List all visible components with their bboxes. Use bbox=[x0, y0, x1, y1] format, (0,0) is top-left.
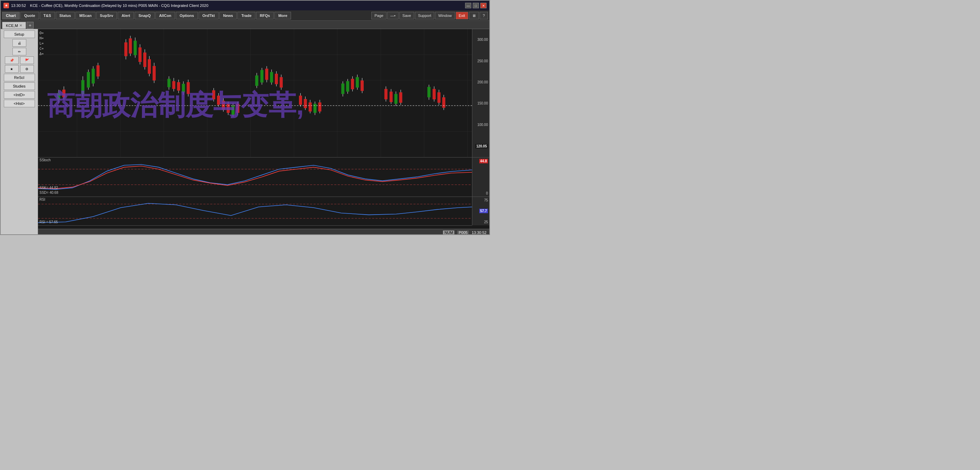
price-chart-svg bbox=[38, 29, 472, 157]
menu-allcon[interactable]: AllCon bbox=[155, 12, 175, 19]
svg-rect-103 bbox=[428, 87, 431, 97]
svg-rect-25 bbox=[97, 65, 99, 76]
svg-rect-89 bbox=[351, 79, 354, 89]
stoch-badge: 44.8 bbox=[479, 159, 488, 163]
sidebar-icon-row-2: ✏ bbox=[13, 48, 26, 56]
menu-chart[interactable]: Chart bbox=[2, 12, 20, 19]
hist-button[interactable]: <Hist> bbox=[4, 100, 35, 107]
svg-rect-79 bbox=[309, 102, 312, 111]
studies-button[interactable]: Studies bbox=[4, 82, 35, 90]
rsi-yaxis: 75 57.7 25 bbox=[472, 197, 489, 226]
menu-trade[interactable]: Trade bbox=[237, 12, 255, 19]
svg-rect-77 bbox=[304, 99, 307, 108]
right-save-btn[interactable]: Save bbox=[399, 12, 414, 19]
menu-bar: Chart Quote T&S Status MScan SupSrv Aler… bbox=[1, 10, 489, 21]
edit-button[interactable]: ✏ bbox=[13, 48, 26, 56]
intd-button[interactable]: <IntD> bbox=[4, 91, 35, 99]
menu-supsrv[interactable]: SupSrv bbox=[96, 12, 117, 19]
tab-close-icon[interactable]: ✕ bbox=[19, 24, 22, 27]
chart-area: O= H= L= C= Δ= bbox=[38, 29, 489, 235]
close-value: C= bbox=[40, 46, 44, 51]
rescl-button[interactable]: ReScl bbox=[4, 74, 35, 81]
active-tab[interactable]: KCE,M ✕ bbox=[2, 22, 26, 29]
svg-rect-109 bbox=[442, 97, 445, 108]
svg-rect-19 bbox=[81, 80, 84, 94]
rsi-badge: 57.7 bbox=[479, 209, 488, 213]
price-level-150: 150.00 bbox=[477, 101, 488, 105]
star-button[interactable]: ★ bbox=[5, 65, 19, 73]
flag-button[interactable]: 🚩 bbox=[20, 56, 34, 64]
high-value: H= bbox=[40, 36, 44, 41]
rsi-area: RSI RSI = 57.65 bbox=[38, 197, 472, 226]
pin-button[interactable]: 📌 bbox=[5, 56, 19, 64]
svg-rect-59 bbox=[232, 106, 234, 115]
svg-rect-21 bbox=[87, 72, 90, 88]
price-chart bbox=[38, 29, 472, 157]
svg-rect-91 bbox=[356, 77, 359, 87]
title-text: 13:30:52 bbox=[11, 3, 26, 8]
svg-rect-57 bbox=[227, 104, 229, 113]
menu-ts[interactable]: T&S bbox=[40, 12, 55, 19]
svg-rect-93 bbox=[361, 81, 364, 91]
price-yaxis: 300.00 250.00 200.00 150.00 100.00 120.0… bbox=[472, 29, 489, 157]
gear-button[interactable]: ⚙ bbox=[20, 65, 34, 73]
svg-rect-75 bbox=[299, 96, 302, 105]
right-page-btn[interactable]: Page bbox=[371, 12, 387, 19]
svg-rect-37 bbox=[148, 59, 151, 74]
title-full: KCE - Coffee (ICE), Monthly Continuation… bbox=[30, 3, 208, 8]
menu-status[interactable]: Status bbox=[56, 12, 75, 19]
right-dash-btn[interactable]: —• bbox=[387, 12, 399, 19]
open-value: O= bbox=[40, 30, 44, 36]
svg-rect-15 bbox=[57, 93, 60, 100]
svg-rect-73 bbox=[280, 77, 283, 87]
ohlc-info: O= H= L= C= Δ= bbox=[40, 30, 44, 56]
menu-rfqs[interactable]: RFQs bbox=[256, 12, 274, 19]
setup-button[interactable]: Setup bbox=[4, 30, 35, 38]
menu-options[interactable]: Options bbox=[176, 12, 198, 19]
right-support-btn[interactable]: Support bbox=[415, 12, 434, 19]
rsi-values: RSI = 57.65 bbox=[40, 220, 58, 224]
menu-quote[interactable]: Quote bbox=[21, 12, 39, 19]
menu-more[interactable]: More bbox=[274, 12, 291, 19]
svg-rect-61 bbox=[236, 104, 239, 113]
menu-ordtkt[interactable]: OrdTkt bbox=[199, 12, 219, 19]
svg-rect-63 bbox=[255, 75, 258, 86]
print-button[interactable]: 🖨 bbox=[13, 39, 26, 47]
price-level-250: 250.00 bbox=[477, 59, 488, 63]
menu-snapq[interactable]: SnapQ bbox=[135, 12, 154, 19]
tab-bar: KCE,M ✕ + bbox=[1, 21, 489, 29]
menu-news[interactable]: News bbox=[220, 12, 237, 19]
stoch-zero: 0 bbox=[486, 191, 488, 195]
menu-mscan[interactable]: MScan bbox=[75, 12, 95, 19]
svg-rect-105 bbox=[433, 89, 436, 99]
svg-rect-31 bbox=[134, 41, 137, 55]
sidebar-icon-row-1: 🖨 bbox=[13, 39, 26, 47]
right-monitor-btn[interactable]: 🖥 bbox=[469, 12, 479, 19]
svg-rect-27 bbox=[124, 43, 127, 56]
close-button[interactable]: ✕ bbox=[480, 3, 487, 8]
sidebar-icon-row-3: 📌 🚩 bbox=[5, 56, 34, 64]
svg-rect-69 bbox=[270, 72, 273, 82]
add-tab-button[interactable]: + bbox=[27, 22, 33, 29]
restore-button[interactable]: □ bbox=[473, 3, 479, 8]
main-content: Setup 🖨 ✏ 📌 🚩 ★ ⚙ ReScl Studies <IntD> <… bbox=[1, 29, 489, 235]
minimize-button[interactable]: — bbox=[465, 3, 471, 8]
right-exit-btn[interactable]: Exit bbox=[456, 12, 468, 19]
svg-rect-65 bbox=[261, 70, 263, 82]
delta-value: Δ= bbox=[40, 51, 44, 56]
svg-rect-71 bbox=[275, 74, 278, 84]
svg-rect-33 bbox=[139, 48, 142, 62]
menu-alert[interactable]: Alert bbox=[118, 12, 134, 19]
price-level-100: 100.00 bbox=[477, 123, 488, 127]
page-badge: P005 bbox=[457, 231, 469, 235]
right-help-btn[interactable]: ? bbox=[480, 12, 488, 19]
low-value: L= bbox=[40, 41, 44, 46]
right-menu-bar: Page —• Save Support Window Exit 🖥 ? bbox=[371, 12, 488, 19]
window-controls[interactable]: — □ ✕ bbox=[465, 3, 487, 8]
status-bar: NUM P005 13:30:52 bbox=[38, 229, 489, 235]
right-window-btn[interactable]: Window bbox=[435, 12, 455, 19]
sidebar-icon-row-4: ★ ⚙ bbox=[5, 65, 34, 73]
svg-rect-49 bbox=[187, 82, 189, 94]
svg-rect-35 bbox=[143, 53, 146, 67]
current-price-badge: 120.05 bbox=[475, 144, 488, 148]
